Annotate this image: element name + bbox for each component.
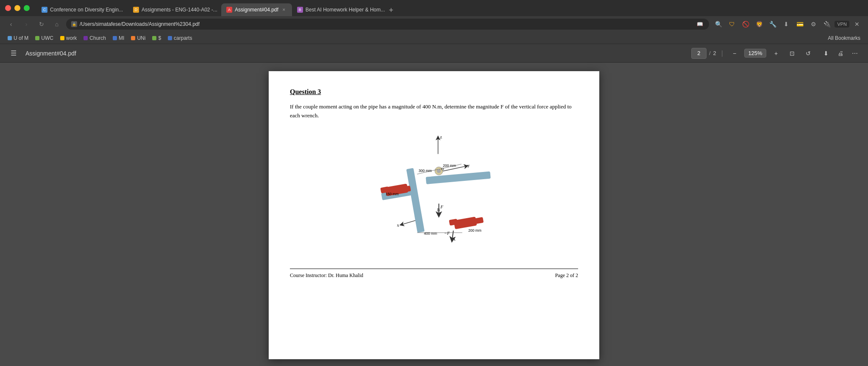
bookmark-uofm[interactable]: U of M bbox=[5, 34, 31, 42]
navbar: ‹ › ↻ ⌂ 🔒 /Users/sirnatafese/Downloads/A… bbox=[0, 16, 868, 32]
diagram-container: z y x bbox=[290, 133, 578, 252]
more-options-button[interactable]: ⋯ bbox=[849, 47, 861, 60]
page-input-group: / 2 bbox=[691, 48, 716, 59]
footer-page: Page 2 of 2 bbox=[555, 272, 578, 279]
svg-text:400 mm: 400 mm bbox=[424, 231, 437, 236]
pdf-right-controls: ⬇ 🖨 ⋯ bbox=[820, 47, 861, 60]
tab-label-3: Assignment#04.pdf bbox=[235, 7, 278, 13]
shield-icon[interactable]: 🛡 bbox=[726, 18, 738, 30]
tab-favicon-2: D bbox=[133, 7, 139, 13]
bookmark-uwc[interactable]: UWC bbox=[33, 34, 56, 42]
pdf-title: Assignment#04.pdf bbox=[25, 50, 686, 57]
bookmark-mi[interactable]: MI bbox=[110, 34, 127, 42]
zoom-display: 125% bbox=[744, 49, 766, 58]
zoom-in-button[interactable]: + bbox=[770, 47, 782, 60]
toolbar-right: 🔍 🛡 🚫 🦁 🔧 ⬇ 💳 ⚙ 🔌 VPN ✕ bbox=[712, 18, 863, 30]
tab-assignments[interactable]: D Assignments - ENG-1440-A02 -... bbox=[128, 3, 221, 16]
bookmark-dot bbox=[60, 36, 64, 40]
bookmark-dot bbox=[152, 36, 156, 40]
vpn-badge[interactable]: VPN bbox=[835, 21, 849, 28]
address-lock-icon: 🔒 bbox=[71, 21, 77, 27]
zoom-out-button[interactable]: − bbox=[728, 47, 741, 60]
tabs-container: C Conference on Diversity Engin... D Ass… bbox=[36, 0, 863, 16]
tab-label-2: Assignments - ENG-1440-A02 -... bbox=[142, 7, 217, 13]
address-bar[interactable]: 🔒 /Users/sirnatafese/Downloads/Assignmen… bbox=[66, 19, 709, 30]
tab-label-4: Best AI Homework Helper & Hom... bbox=[306, 7, 385, 13]
bookmark-carparts[interactable]: carparts bbox=[165, 34, 195, 42]
svg-text:200 mm: 200 mm bbox=[443, 164, 456, 168]
svg-text:z: z bbox=[440, 135, 442, 139]
traffic-lights bbox=[5, 5, 30, 11]
bookmark-uni[interactable]: UNi bbox=[128, 34, 148, 42]
svg-rect-8 bbox=[406, 168, 425, 233]
search-icon[interactable]: 🔍 bbox=[712, 18, 724, 30]
svg-text:A: A bbox=[453, 237, 456, 241]
bookmark-dot bbox=[35, 36, 39, 40]
wallet-icon[interactable]: 💳 bbox=[794, 18, 806, 30]
bookmark-label: U of M bbox=[14, 35, 28, 41]
download-pdf-button[interactable]: ⬇ bbox=[820, 47, 832, 60]
close-button[interactable] bbox=[5, 5, 11, 11]
rotate-button[interactable]: ↺ bbox=[802, 47, 815, 60]
back-button[interactable]: ‹ bbox=[5, 18, 17, 30]
bookmark-dot bbox=[113, 36, 117, 40]
pdf-page: Question 3 If the couple moment acting o… bbox=[269, 71, 599, 359]
page-number-input[interactable] bbox=[691, 48, 707, 59]
svg-text:300 mm: 300 mm bbox=[419, 169, 432, 173]
close-icon[interactable]: ✕ bbox=[851, 18, 863, 30]
svg-text:y: y bbox=[467, 163, 470, 168]
minimize-button[interactable] bbox=[14, 5, 20, 11]
svg-text:150 mm: 150 mm bbox=[386, 191, 399, 196]
svg-text:F: F bbox=[440, 205, 443, 209]
bookmark-dot bbox=[168, 36, 172, 40]
extension-1-icon[interactable]: 🔧 bbox=[767, 18, 779, 30]
svg-text:200 mm: 200 mm bbox=[468, 228, 481, 233]
bookmark-dot bbox=[8, 36, 12, 40]
svg-text:x: x bbox=[397, 223, 399, 227]
extension-2-icon[interactable]: 🔌 bbox=[821, 18, 833, 30]
pdf-content: Question 3 If the couple moment acting o… bbox=[0, 63, 868, 366]
engineering-diagram: z y x bbox=[349, 133, 519, 252]
all-bookmarks-button[interactable]: All Bookmarks bbox=[825, 34, 863, 42]
footer-instructor: Course Instructor: Dr. Huma Khalid bbox=[290, 272, 363, 279]
titlebar: C Conference on Diversity Engin... D Ass… bbox=[0, 0, 868, 16]
sidebar-menu-button[interactable]: ☰ bbox=[7, 47, 20, 60]
brave-icon[interactable]: 🦁 bbox=[753, 18, 765, 30]
question-text: If the couple moment acting on the pipe … bbox=[290, 103, 578, 120]
bookmark-dollar[interactable]: $ bbox=[150, 34, 164, 42]
bookmark-dot bbox=[83, 36, 88, 40]
adblock-icon[interactable]: 🚫 bbox=[740, 18, 751, 30]
tab-pdf[interactable]: A Assignment#04.pdf ✕ bbox=[221, 3, 292, 16]
reload-button[interactable]: ↻ bbox=[36, 18, 47, 30]
bookmark-work[interactable]: work bbox=[58, 34, 79, 42]
tab-favicon-4: B bbox=[297, 7, 303, 13]
home-button[interactable]: ⌂ bbox=[51, 18, 63, 30]
tab-label-1: Conference on Diversity Engin... bbox=[50, 7, 123, 13]
tab-conference[interactable]: C Conference on Diversity Engin... bbox=[36, 3, 128, 16]
reader-icon[interactable]: 📖 bbox=[696, 20, 704, 28]
page-total: 2 bbox=[713, 50, 716, 56]
tab-ai-helper[interactable]: B Best AI Homework Helper & Hom... bbox=[292, 3, 385, 16]
maximize-button[interactable] bbox=[24, 5, 30, 11]
bookmark-label: MI bbox=[119, 35, 124, 41]
bookmarks-bar: U of M UWC work Church MI UNi $ carparts… bbox=[0, 32, 868, 44]
bookmark-label: $ bbox=[158, 35, 161, 41]
bookmark-church[interactable]: Church bbox=[81, 34, 108, 42]
address-icons: 📖 bbox=[696, 20, 704, 28]
new-tab-button[interactable]: + bbox=[385, 4, 397, 16]
fit-page-button[interactable]: ⊡ bbox=[786, 47, 798, 60]
page-separator: / bbox=[709, 50, 711, 56]
svg-text:−F: −F bbox=[444, 231, 450, 236]
forward-button[interactable]: › bbox=[20, 18, 32, 30]
tab-favicon-3: A bbox=[226, 7, 232, 13]
bookmark-label: UWC bbox=[41, 35, 53, 41]
tab-close-3[interactable]: ✕ bbox=[281, 7, 287, 13]
bookmark-label: work bbox=[66, 35, 77, 41]
question-title: Question 3 bbox=[290, 88, 578, 96]
bookmark-label: Church bbox=[89, 35, 106, 41]
print-button[interactable]: 🖨 bbox=[834, 47, 847, 60]
tab-favicon-1: C bbox=[42, 7, 47, 13]
pdf-footer: Course Instructor: Dr. Huma Khalid Page … bbox=[290, 269, 578, 279]
download-icon[interactable]: ⬇ bbox=[780, 18, 792, 30]
settings-icon[interactable]: ⚙ bbox=[807, 18, 819, 30]
